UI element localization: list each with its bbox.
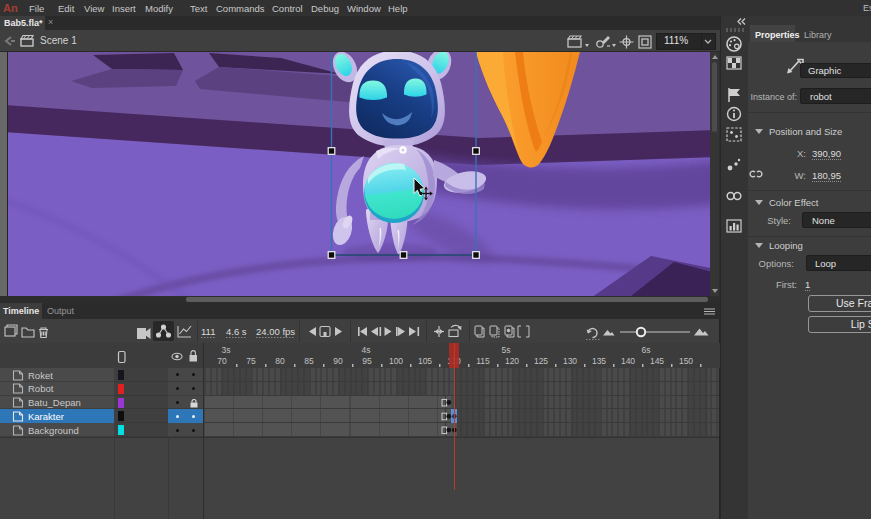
svg-text:140: 140 <box>621 356 635 366</box>
svg-text:24.00 fps: 24.00 fps <box>256 326 295 337</box>
svg-text:100: 100 <box>389 356 403 366</box>
svg-text:90: 90 <box>333 356 343 366</box>
svg-text:111: 111 <box>201 326 215 337</box>
svg-text:135: 135 <box>592 356 606 366</box>
svg-text:105: 105 <box>418 356 432 366</box>
svg-text:120: 120 <box>505 356 519 366</box>
svg-text:85: 85 <box>304 356 314 366</box>
svg-text:80: 80 <box>275 356 285 366</box>
svg-text:130: 130 <box>563 356 577 366</box>
svg-text:4.6 s: 4.6 s <box>226 326 247 337</box>
svg-text:6s: 6s <box>642 345 651 355</box>
svg-text:95: 95 <box>362 356 372 366</box>
svg-text:4s: 4s <box>362 345 371 355</box>
svg-text:115: 115 <box>476 356 490 366</box>
svg-text:3s: 3s <box>222 345 231 355</box>
svg-text:75: 75 <box>246 356 256 366</box>
svg-text:150: 150 <box>679 356 693 366</box>
svg-text:5s: 5s <box>502 345 511 355</box>
svg-text:125: 125 <box>534 356 548 366</box>
svg-text:70: 70 <box>217 356 227 366</box>
svg-text:145: 145 <box>650 356 664 366</box>
